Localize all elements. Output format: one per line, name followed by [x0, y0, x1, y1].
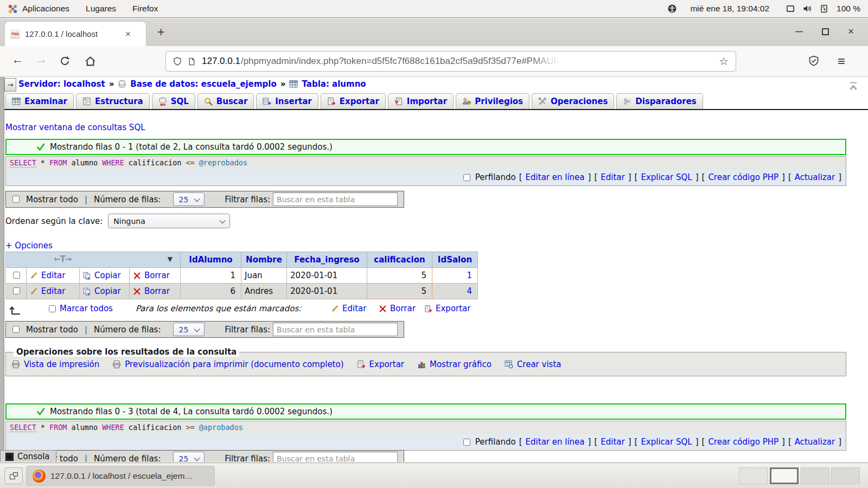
tab-buscar[interactable]: Buscar: [197, 93, 254, 109]
workspace-1[interactable]: [739, 467, 768, 484]
create-php-code-link[interactable]: Crear código PHP: [708, 172, 778, 182]
scroll-to-top-icon[interactable]: [847, 80, 859, 92]
bookmark-star-icon[interactable]: ☆: [719, 55, 729, 68]
header-fecha-ingreso[interactable]: Fecha_ingreso: [287, 252, 367, 268]
header-nombre[interactable]: Nombre: [241, 252, 287, 268]
save-to-pocket-icon[interactable]: [808, 55, 819, 66]
header-idsalon[interactable]: IdSalon: [432, 252, 478, 268]
tab-examinar[interactable]: Examinar: [5, 93, 74, 109]
sort-arrows-glyph[interactable]: ←T→: [54, 254, 71, 264]
open-nav-panel-button[interactable]: →: [4, 78, 16, 92]
workspace-2-active[interactable]: [770, 467, 799, 484]
cell-idsalon-link[interactable]: 4: [467, 286, 472, 296]
print-view-link[interactable]: Vista de impresión: [11, 359, 99, 369]
new-tab-button[interactable]: +: [157, 25, 164, 40]
minimize-button[interactable]: —: [795, 27, 803, 36]
url-bar[interactable]: 127.0.0.1 /phpmyadmin/index.php?token=d5…: [165, 51, 736, 72]
tab-operaciones[interactable]: Operaciones: [532, 93, 614, 109]
clock[interactable]: mié ene 18, 19:04:02: [690, 4, 769, 14]
delete-row-link[interactable]: Borrar: [133, 271, 177, 280]
places-menu[interactable]: Lugares: [78, 0, 124, 17]
breadcrumb-server-link[interactable]: Servidor: localhost: [18, 79, 105, 89]
forward-button[interactable]: →: [36, 53, 47, 66]
applications-menu[interactable]: Aplicaciones: [0, 0, 78, 17]
copy-row-link[interactable]: Copiar: [83, 271, 126, 280]
tab-privilegios[interactable]: Privilegios: [456, 93, 529, 109]
explain-sql-link[interactable]: Explicar SQL: [641, 437, 692, 447]
create-php-code-link[interactable]: Crear código PHP: [708, 437, 778, 447]
edit-link[interactable]: Editar: [601, 172, 624, 182]
browser-tab[interactable]: PMA 127.0.0.1 / localhost ×: [4, 21, 146, 46]
tab-disparadores[interactable]: Disparadores: [616, 93, 703, 109]
tab-estructura[interactable]: Estructura: [76, 93, 150, 109]
nav-panel-divider[interactable]: [0, 77, 4, 462]
reload-button[interactable]: [60, 56, 70, 66]
column-menu-icon[interactable]: ▼: [168, 255, 173, 263]
display-icon[interactable]: [786, 4, 795, 13]
check-all-checkbox[interactable]: [49, 305, 56, 312]
row-checkbox[interactable]: [13, 272, 20, 279]
back-button[interactable]: ←: [12, 53, 23, 66]
filter-rows-input[interactable]: [273, 192, 398, 206]
sql-keyword[interactable]: SELECT: [10, 423, 36, 432]
inline-edit-link[interactable]: Editar en línea: [526, 172, 585, 182]
row-checkbox[interactable]: [13, 287, 20, 294]
home-button[interactable]: [85, 55, 96, 67]
show-all-checkbox[interactable]: [12, 196, 20, 203]
create-view-link[interactable]: Crear vista: [505, 359, 561, 369]
taskbar-window-button[interactable]: 127.0.0.1 / localhost / escuela_ejem…: [26, 466, 215, 486]
rows-per-page-select[interactable]: 25: [173, 452, 205, 462]
refresh-link[interactable]: Actualizar: [795, 437, 835, 447]
tab-close-icon[interactable]: ×: [125, 29, 131, 38]
edit-row-link[interactable]: Editar: [30, 271, 76, 280]
check-all-link[interactable]: Marcar todos: [60, 304, 113, 313]
selected-edit-link[interactable]: Editar: [331, 304, 366, 313]
copy-row-link[interactable]: Copiar: [83, 286, 126, 296]
profiling-checkbox[interactable]: [463, 174, 470, 181]
edit-row-link[interactable]: Editar: [30, 286, 76, 296]
workspace-3[interactable]: [801, 467, 829, 484]
tab-exportar[interactable]: Exportar: [321, 93, 386, 109]
battery-charging-icon[interactable]: [820, 4, 828, 13]
inline-edit-link[interactable]: Editar en línea: [526, 437, 585, 447]
tab-sql[interactable]: SQL: [152, 93, 195, 109]
print-preview-link[interactable]: Previsualización para imprimir (document…: [112, 359, 343, 369]
selected-export-link[interactable]: Exportar: [424, 304, 470, 313]
show-desktop-button[interactable]: [4, 467, 23, 484]
volume-icon[interactable]: [803, 4, 812, 13]
workspace-4[interactable]: [831, 467, 860, 484]
explain-sql-link[interactable]: Explicar SQL: [641, 172, 692, 182]
shield-icon[interactable]: [173, 57, 182, 66]
tab-importar[interactable]: Importar: [388, 93, 454, 109]
sort-key-select[interactable]: Ninguna: [108, 214, 230, 228]
close-window-button[interactable]: ×: [848, 25, 854, 37]
show-sql-query-window-link[interactable]: Mostrar ventana de consultas SQL: [5, 123, 145, 132]
sql-keyword[interactable]: SELECT: [10, 158, 36, 168]
header-idalumno[interactable]: IdAlumno: [181, 252, 241, 268]
export-results-link[interactable]: Exportar: [357, 359, 404, 369]
maximize-button[interactable]: [822, 28, 829, 35]
breadcrumb-table-link[interactable]: Tabla: alumno: [302, 79, 366, 89]
edit-link[interactable]: Editar: [601, 437, 624, 447]
filter-rows-input[interactable]: [273, 323, 398, 336]
selected-delete-link[interactable]: Borrar: [379, 304, 416, 313]
cell-idsalon-link[interactable]: 1: [467, 271, 472, 280]
console-toggle[interactable]: Consola: [0, 450, 56, 462]
rows-per-page-select[interactable]: 25: [173, 323, 205, 336]
accessibility-icon[interactable]: [668, 4, 676, 13]
breadcrumb-database-link[interactable]: Base de datos: escuela_ejemplo: [130, 79, 276, 89]
show-all-checkbox[interactable]: [12, 326, 20, 333]
firefox-app-menu[interactable]: Firefox: [124, 0, 166, 17]
options-toggle-link[interactable]: + Opciones: [5, 241, 53, 251]
page-info-icon[interactable]: [188, 57, 196, 66]
hamburger-menu-icon[interactable]: ≡: [838, 54, 845, 69]
profiling-checkbox[interactable]: [463, 439, 470, 446]
phpmyadmin-favicon: PMA: [10, 29, 20, 39]
refresh-link[interactable]: Actualizar: [795, 172, 835, 182]
delete-row-link[interactable]: Borrar: [133, 286, 177, 296]
show-chart-link[interactable]: Mostrar gráfico: [417, 359, 492, 369]
header-calificacion[interactable]: calificacion: [367, 252, 432, 268]
tab-insertar[interactable]: Insertar: [256, 93, 318, 109]
filter-rows-input[interactable]: [273, 452, 398, 462]
rows-per-page-select[interactable]: 25: [173, 192, 205, 206]
